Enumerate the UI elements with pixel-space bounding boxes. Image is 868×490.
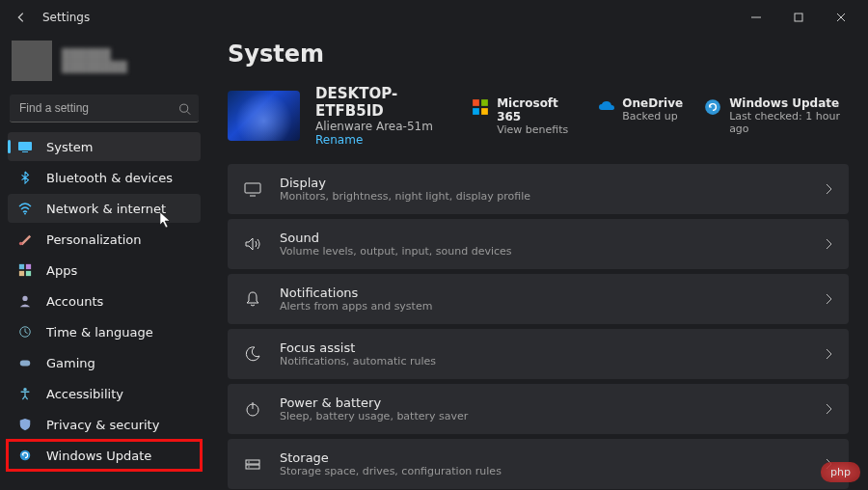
clock-icon [17, 324, 33, 340]
gaming-icon [17, 355, 33, 370]
maximize-button[interactable] [779, 4, 818, 31]
sidebar-item-label: Accessibility [46, 387, 123, 401]
person-icon [17, 293, 33, 309]
close-button[interactable] [822, 4, 860, 31]
svg-rect-5 [22, 151, 28, 152]
svg-point-21 [705, 99, 720, 115]
setting-power[interactable]: Power & batterySleep, battery usage, bat… [228, 384, 849, 434]
sidebar-item-label: Privacy & security [46, 418, 159, 432]
ms365-icon [472, 98, 489, 116]
profile-text: ██████████████ [62, 48, 127, 73]
update-icon [17, 448, 33, 463]
status-ms365[interactable]: Microsoft 365View benefits [472, 96, 576, 136]
chevron-right-icon [824, 403, 833, 415]
display-icon [243, 179, 262, 199]
watermark: php [821, 462, 860, 482]
setting-notifications[interactable]: NotificationsAlerts from apps and system [228, 274, 849, 324]
search-input[interactable] [10, 95, 199, 122]
svg-rect-14 [20, 360, 31, 366]
sidebar-item-label: Windows Update [46, 449, 151, 463]
status-onedrive[interactable]: OneDriveBacked up [597, 96, 683, 136]
svg-rect-1 [795, 14, 802, 21]
onedrive-icon [597, 98, 614, 116]
setting-sound[interactable]: SoundVolume levels, output, input, sound… [228, 219, 849, 269]
sidebar-item-label: Apps [46, 263, 77, 278]
svg-point-28 [248, 461, 249, 462]
sidebar-item-privacy[interactable]: Privacy & security [8, 410, 201, 439]
sidebar-item-gaming[interactable]: Gaming [8, 348, 201, 377]
sidebar-item-label: Bluetooth & devices [46, 171, 173, 185]
wifi-icon [17, 201, 33, 216]
setting-storage[interactable]: StorageStorage space, drives, configurat… [228, 439, 849, 489]
svg-point-12 [22, 296, 27, 301]
sidebar-item-label: Network & internet [46, 202, 166, 216]
chevron-right-icon [824, 183, 833, 195]
main-panel: System DESKTOP-ETFB5ID Alienware Area-51… [208, 35, 868, 490]
sidebar-item-update[interactable]: Windows Update [8, 441, 201, 470]
setting-focus[interactable]: Focus assistNotifications, automatic rul… [228, 329, 849, 379]
accessibility-icon [17, 386, 33, 401]
svg-rect-20 [481, 108, 488, 115]
chevron-right-icon [824, 348, 833, 360]
device-name: DESKTOP-ETFB5ID [315, 85, 456, 120]
device-model: Alienware Area-51m [315, 120, 456, 133]
avatar [12, 41, 52, 81]
sidebar-item-label: Accounts [46, 294, 103, 309]
sound-icon [243, 234, 262, 254]
power-icon [243, 399, 262, 419]
svg-point-29 [248, 466, 249, 467]
moon-icon [243, 344, 262, 364]
sidebar-item-accounts[interactable]: Accounts [8, 286, 201, 315]
chevron-right-icon [824, 238, 833, 250]
device-image [228, 91, 300, 141]
window-title: Settings [42, 11, 90, 24]
sidebar-item-time[interactable]: Time & language [8, 317, 201, 346]
sidebar-item-label: Personalization [46, 232, 142, 247]
sidebar-item-network[interactable]: Network & internet [8, 194, 201, 223]
svg-rect-18 [481, 99, 488, 106]
svg-rect-22 [245, 183, 260, 193]
sidebar-item-apps[interactable]: Apps [8, 256, 201, 285]
bell-icon [243, 289, 262, 309]
sidebar-item-label: System [46, 140, 93, 154]
svg-rect-11 [26, 271, 31, 276]
sidebar: ██████████████ System Bluetooth & device… [0, 35, 208, 490]
svg-point-15 [23, 388, 27, 392]
sidebar-item-label: Gaming [46, 356, 95, 370]
svg-rect-17 [473, 99, 479, 106]
svg-rect-26 [246, 460, 259, 464]
svg-point-7 [19, 242, 23, 246]
rename-link[interactable]: Rename [315, 133, 456, 147]
page-title: System [228, 41, 849, 68]
sidebar-item-personalization[interactable]: Personalization [8, 225, 201, 254]
status-update[interactable]: Windows UpdateLast checked: 1 hour ago [704, 96, 849, 136]
svg-rect-8 [19, 264, 24, 269]
back-button[interactable] [8, 4, 35, 31]
sidebar-item-bluetooth[interactable]: Bluetooth & devices [8, 163, 201, 192]
shield-icon [17, 417, 33, 432]
minimize-button[interactable] [737, 4, 775, 31]
svg-rect-9 [26, 264, 31, 269]
svg-rect-27 [246, 465, 259, 469]
svg-point-16 [20, 450, 31, 461]
svg-rect-4 [18, 142, 32, 150]
sidebar-item-accessibility[interactable]: Accessibility [8, 379, 201, 408]
chevron-right-icon [824, 293, 833, 305]
titlebar: Settings [0, 0, 868, 35]
storage-icon [243, 454, 262, 474]
bluetooth-icon [17, 170, 33, 185]
svg-rect-10 [19, 271, 24, 276]
profile-block[interactable]: ██████████████ [8, 35, 201, 93]
svg-point-6 [24, 213, 26, 215]
svg-rect-19 [473, 108, 479, 115]
apps-icon [17, 262, 33, 278]
system-icon [17, 139, 33, 154]
device-header: DESKTOP-ETFB5ID Alienware Area-51m Renam… [228, 85, 849, 147]
setting-display[interactable]: DisplayMonitors, brightness, night light… [228, 164, 849, 214]
update-status-icon [704, 98, 721, 116]
brush-icon [17, 231, 33, 247]
sidebar-item-label: Time & language [46, 325, 153, 340]
sidebar-item-system[interactable]: System [8, 132, 201, 161]
